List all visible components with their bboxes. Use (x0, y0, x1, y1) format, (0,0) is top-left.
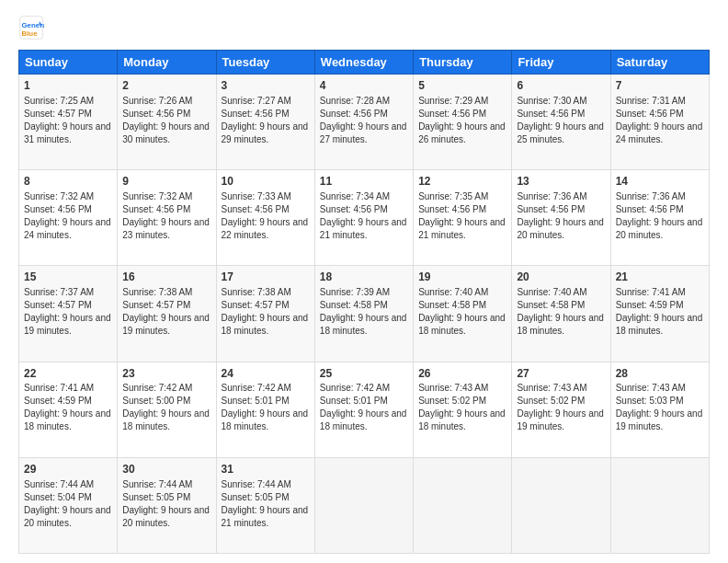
day-number: 1 (24, 78, 112, 94)
calendar-cell: 3Sunrise: 7:27 AMSunset: 4:56 PMDaylight… (216, 75, 314, 170)
sunrise-text: Sunrise: 7:44 AM (24, 479, 94, 489)
day-number: 20 (517, 270, 605, 285)
calendar-cell: 10Sunrise: 7:33 AMSunset: 4:56 PMDayligh… (216, 170, 314, 266)
daylight-text: Daylight: 9 hours and 27 minutes. (320, 121, 407, 144)
calendar-cell: 6Sunrise: 7:30 AMSunset: 4:56 PMDaylight… (512, 75, 610, 170)
day-number: 9 (122, 174, 210, 190)
day-number: 6 (517, 78, 605, 94)
calendar-cell: 20Sunrise: 7:40 AMSunset: 4:58 PMDayligh… (512, 266, 610, 362)
sunset-text: Sunset: 4:57 PM (24, 300, 92, 310)
calendar-cell: 17Sunrise: 7:38 AMSunset: 4:57 PMDayligh… (216, 266, 314, 362)
sunset-text: Sunset: 4:56 PM (616, 109, 684, 119)
page: General Blue SundayMondayTuesdayWednesda… (0, 0, 728, 563)
sunrise-text: Sunrise: 7:43 AM (418, 383, 488, 393)
day-number: 29 (24, 462, 112, 477)
day-number: 11 (320, 174, 408, 190)
sunset-text: Sunset: 5:02 PM (418, 396, 486, 406)
daylight-text: Daylight: 9 hours and 20 minutes. (122, 505, 210, 528)
calendar-cell: 30Sunrise: 7:44 AMSunset: 5:05 PMDayligh… (118, 457, 216, 553)
daylight-text: Daylight: 9 hours and 20 minutes. (24, 505, 111, 528)
calendar-cell: 18Sunrise: 7:39 AMSunset: 4:58 PMDayligh… (314, 266, 413, 362)
calendar-cell: 27Sunrise: 7:43 AMSunset: 5:02 PMDayligh… (512, 362, 610, 457)
sunset-text: Sunset: 4:56 PM (320, 109, 388, 119)
calendar-day-header: Sunday (19, 51, 118, 75)
calendar-week-row: 8Sunrise: 7:32 AMSunset: 4:56 PMDaylight… (19, 170, 710, 266)
day-number: 7 (616, 78, 704, 94)
sunrise-text: Sunrise: 7:31 AM (616, 96, 686, 106)
sunset-text: Sunset: 4:56 PM (24, 204, 92, 214)
day-number: 22 (24, 366, 112, 382)
day-number: 15 (24, 270, 112, 285)
day-number: 10 (222, 174, 310, 190)
calendar-week-row: 22Sunrise: 7:41 AMSunset: 4:59 PMDayligh… (19, 362, 710, 457)
sunrise-text: Sunrise: 7:30 AM (517, 96, 586, 106)
daylight-text: Daylight: 9 hours and 18 minutes. (222, 313, 309, 336)
daylight-text: Daylight: 9 hours and 21 minutes. (418, 217, 506, 240)
sunset-text: Sunset: 4:57 PM (222, 300, 290, 310)
sunset-text: Sunset: 4:58 PM (517, 300, 585, 310)
calendar-cell: 2Sunrise: 7:26 AMSunset: 4:56 PMDaylight… (118, 75, 216, 170)
daylight-text: Daylight: 9 hours and 19 minutes. (616, 408, 703, 431)
sunrise-text: Sunrise: 7:27 AM (222, 96, 291, 106)
day-number: 12 (418, 174, 506, 190)
daylight-text: Daylight: 9 hours and 26 minutes. (418, 121, 506, 144)
sunrise-text: Sunrise: 7:40 AM (517, 287, 586, 297)
sunrise-text: Sunrise: 7:43 AM (517, 383, 586, 393)
calendar-cell: 5Sunrise: 7:29 AMSunset: 4:56 PMDaylight… (414, 75, 512, 170)
sunset-text: Sunset: 5:01 PM (222, 396, 290, 406)
sunset-text: Sunset: 4:56 PM (222, 109, 290, 119)
daylight-text: Daylight: 9 hours and 18 minutes. (320, 313, 407, 336)
calendar-cell (414, 457, 512, 553)
calendar-cell: 16Sunrise: 7:38 AMSunset: 4:57 PMDayligh… (118, 266, 216, 362)
calendar-cell: 13Sunrise: 7:36 AMSunset: 4:56 PMDayligh… (512, 170, 610, 266)
calendar-table: SundayMondayTuesdayWednesdayThursdayFrid… (18, 50, 710, 554)
sunrise-text: Sunrise: 7:28 AM (320, 96, 390, 106)
day-number: 5 (418, 78, 506, 94)
day-number: 16 (122, 270, 210, 285)
daylight-text: Daylight: 9 hours and 24 minutes. (24, 217, 111, 240)
daylight-text: Daylight: 9 hours and 21 minutes. (320, 217, 407, 240)
daylight-text: Daylight: 9 hours and 19 minutes. (24, 313, 111, 336)
sunrise-text: Sunrise: 7:34 AM (320, 191, 390, 201)
svg-text:General: General (22, 21, 45, 29)
daylight-text: Daylight: 9 hours and 18 minutes. (222, 408, 309, 431)
header: General Blue (18, 15, 710, 40)
sunset-text: Sunset: 5:00 PM (122, 396, 190, 406)
calendar-cell: 15Sunrise: 7:37 AMSunset: 4:57 PMDayligh… (19, 266, 118, 362)
sunrise-text: Sunrise: 7:42 AM (222, 383, 291, 393)
calendar-day-header: Thursday (414, 51, 512, 75)
logo-icon: General Blue (18, 15, 44, 40)
sunset-text: Sunset: 4:56 PM (418, 109, 486, 119)
daylight-text: Daylight: 9 hours and 19 minutes. (122, 313, 210, 336)
calendar-day-header: Saturday (610, 51, 709, 75)
calendar-week-row: 1Sunrise: 7:25 AMSunset: 4:57 PMDaylight… (19, 75, 710, 170)
daylight-text: Daylight: 9 hours and 31 minutes. (24, 121, 111, 144)
daylight-text: Daylight: 9 hours and 20 minutes. (616, 217, 703, 240)
sunset-text: Sunset: 4:56 PM (418, 204, 486, 214)
sunset-text: Sunset: 4:59 PM (616, 300, 684, 310)
calendar-cell: 26Sunrise: 7:43 AMSunset: 5:02 PMDayligh… (414, 362, 512, 457)
calendar-cell: 8Sunrise: 7:32 AMSunset: 4:56 PMDaylight… (19, 170, 118, 266)
sunset-text: Sunset: 4:56 PM (517, 109, 585, 119)
sunset-text: Sunset: 4:56 PM (122, 109, 190, 119)
sunrise-text: Sunrise: 7:26 AM (122, 96, 192, 106)
sunrise-text: Sunrise: 7:41 AM (24, 383, 94, 393)
sunrise-text: Sunrise: 7:32 AM (122, 191, 192, 201)
daylight-text: Daylight: 9 hours and 21 minutes. (222, 505, 309, 528)
sunset-text: Sunset: 4:58 PM (320, 300, 388, 310)
calendar-cell: 22Sunrise: 7:41 AMSunset: 4:59 PMDayligh… (19, 362, 118, 457)
calendar-cell (314, 457, 413, 553)
sunset-text: Sunset: 5:02 PM (517, 396, 585, 406)
sunrise-text: Sunrise: 7:44 AM (122, 479, 192, 489)
day-number: 4 (320, 78, 408, 94)
calendar-cell: 31Sunrise: 7:44 AMSunset: 5:05 PMDayligh… (216, 457, 314, 553)
sunset-text: Sunset: 4:57 PM (122, 300, 190, 310)
sunrise-text: Sunrise: 7:36 AM (616, 191, 686, 201)
sunset-text: Sunset: 4:56 PM (320, 204, 388, 214)
day-number: 19 (418, 270, 506, 285)
sunrise-text: Sunrise: 7:35 AM (418, 191, 488, 201)
logo: General Blue (18, 15, 48, 40)
calendar-cell: 28Sunrise: 7:43 AMSunset: 5:03 PMDayligh… (610, 362, 709, 457)
day-number: 31 (222, 462, 310, 477)
calendar-cell: 19Sunrise: 7:40 AMSunset: 4:58 PMDayligh… (414, 266, 512, 362)
